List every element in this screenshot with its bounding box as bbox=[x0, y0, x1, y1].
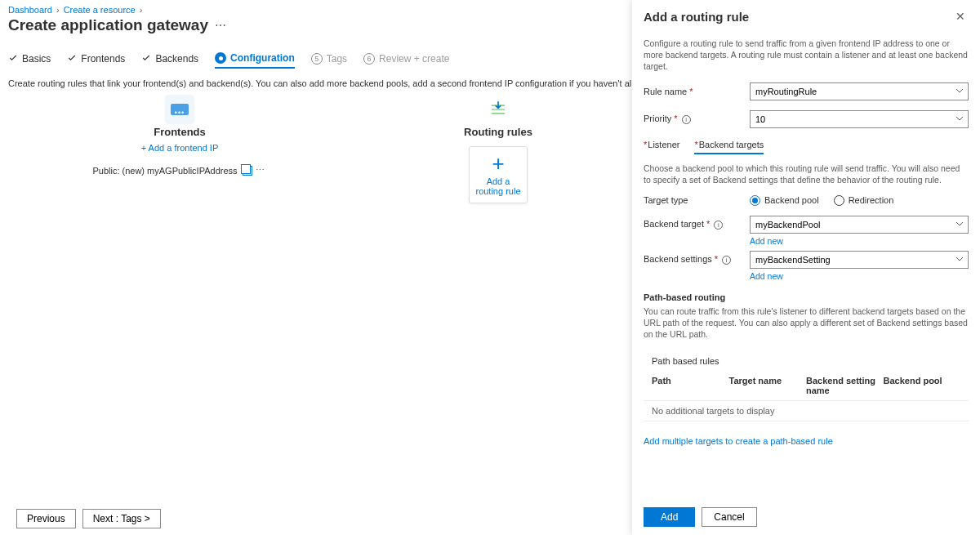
backend-settings-label: Backend settings bbox=[644, 254, 712, 264]
tab-label: Review + create bbox=[379, 53, 449, 65]
col-target-name: Target name bbox=[729, 376, 807, 395]
tab-frontends[interactable]: Frontends bbox=[67, 53, 125, 69]
next-button[interactable]: Next : Tags > bbox=[82, 509, 161, 528]
tab-label: Configuration bbox=[230, 52, 295, 64]
panel-description: Configure a routing rule to send traffic… bbox=[644, 38, 969, 73]
routing-rules-section: Routing rules + Add a routing rule bbox=[400, 95, 596, 203]
tab-review-create[interactable]: 6 Review + create bbox=[363, 53, 449, 68]
check-icon bbox=[141, 53, 151, 65]
breadcrumb-link-dashboard[interactable]: Dashboard bbox=[8, 5, 52, 15]
radio-icon bbox=[750, 195, 760, 206]
copy-icon[interactable] bbox=[243, 166, 252, 176]
previous-button[interactable]: Previous bbox=[16, 509, 76, 528]
path-based-rules-table: Path based rules Path Target name Backen… bbox=[644, 356, 969, 421]
path-table-title: Path based rules bbox=[644, 356, 969, 371]
tab-label: Listener bbox=[648, 140, 679, 149]
cancel-button[interactable]: Cancel bbox=[702, 507, 756, 527]
add-routing-rule-panel: Add a routing rule ✕ Configure a routing… bbox=[632, 0, 980, 535]
active-dot-icon bbox=[215, 52, 226, 64]
breadcrumb-link-create-resource[interactable]: Create a resource bbox=[64, 5, 136, 15]
title-more-menu[interactable]: ⋯ bbox=[215, 19, 226, 32]
section-title: Frontends bbox=[82, 126, 278, 138]
backend-tab-description: Choose a backend pool to which this rout… bbox=[644, 163, 969, 185]
tab-label: Basics bbox=[22, 53, 51, 65]
frontend-ip-label: Public: (new) myAGPublicIPAddress bbox=[92, 166, 237, 176]
path-based-routing-description: You can route traffic from this rule's l… bbox=[644, 305, 969, 341]
target-type-redirection-radio[interactable]: Redirection bbox=[834, 195, 894, 206]
col-backend-setting-name: Backend setting name bbox=[806, 376, 884, 395]
frontends-section: Frontends + Add a frontend IP Public: (n… bbox=[82, 95, 278, 176]
step-number-icon: 6 bbox=[363, 53, 375, 65]
panel-title: Add a routing rule bbox=[644, 10, 749, 24]
section-title: Routing rules bbox=[400, 126, 596, 138]
col-backend-pool: Backend pool bbox=[884, 376, 961, 395]
tab-label: Frontends bbox=[81, 53, 125, 65]
check-icon bbox=[67, 53, 77, 65]
breadcrumb-separator: › bbox=[140, 5, 143, 15]
tab-label: Backends bbox=[155, 53, 198, 65]
more-actions-icon[interactable]: ⋯ bbox=[254, 165, 267, 176]
add-card-label: Add a routing rule bbox=[473, 176, 523, 196]
frontends-icon bbox=[165, 95, 194, 124]
col-path: Path bbox=[652, 376, 729, 395]
plus-icon: + bbox=[473, 155, 523, 172]
path-based-routing-heading: Path-based routing bbox=[644, 292, 969, 302]
target-type-backend-pool-radio[interactable]: Backend pool bbox=[750, 195, 819, 206]
add-new-backend-settings-link[interactable]: Add new bbox=[750, 271, 783, 281]
panel-tab-listener[interactable]: *Listener bbox=[644, 140, 679, 154]
tab-tags[interactable]: 5 Tags bbox=[311, 53, 347, 68]
info-icon[interactable]: i bbox=[722, 256, 731, 265]
tab-label: Tags bbox=[327, 53, 347, 65]
tab-basics[interactable]: Basics bbox=[8, 53, 51, 69]
path-table-empty-message: No additional targets to display bbox=[652, 406, 960, 416]
panel-tab-backend-targets[interactable]: *Backend targets bbox=[694, 140, 764, 154]
step-number-icon: 5 bbox=[311, 53, 323, 65]
breadcrumb-separator: › bbox=[56, 5, 60, 15]
rule-name-input[interactable] bbox=[750, 82, 969, 100]
add-button[interactable]: Add bbox=[644, 507, 695, 527]
priority-input[interactable] bbox=[750, 110, 969, 128]
tab-backends[interactable]: Backends bbox=[141, 53, 198, 69]
radio-icon bbox=[834, 195, 844, 206]
routing-rules-icon bbox=[483, 95, 513, 124]
add-routing-rule-card[interactable]: + Add a routing rule bbox=[469, 146, 528, 203]
add-frontend-ip-link[interactable]: + Add a frontend IP bbox=[141, 143, 219, 153]
radio-label: Redirection bbox=[849, 195, 894, 205]
add-multiple-targets-link[interactable]: Add multiple targets to create a path-ba… bbox=[644, 436, 833, 446]
info-icon[interactable]: i bbox=[714, 221, 723, 230]
backend-target-label: Backend target bbox=[644, 219, 704, 229]
rule-name-label: Rule name bbox=[644, 87, 687, 96]
backend-settings-select[interactable] bbox=[750, 251, 969, 269]
add-new-backend-target-link[interactable]: Add new bbox=[750, 236, 783, 246]
tab-label: Backend targets bbox=[699, 140, 764, 149]
priority-label: Priority bbox=[644, 114, 671, 123]
info-icon[interactable]: i bbox=[682, 115, 691, 124]
target-type-label: Target type bbox=[644, 195, 688, 205]
check-icon bbox=[8, 53, 18, 65]
tab-configuration[interactable]: Configuration bbox=[215, 52, 295, 69]
page-title: Create application gateway bbox=[8, 16, 208, 34]
backend-target-select[interactable] bbox=[750, 216, 969, 234]
radio-label: Backend pool bbox=[764, 195, 819, 205]
close-icon[interactable]: ✕ bbox=[952, 7, 969, 26]
